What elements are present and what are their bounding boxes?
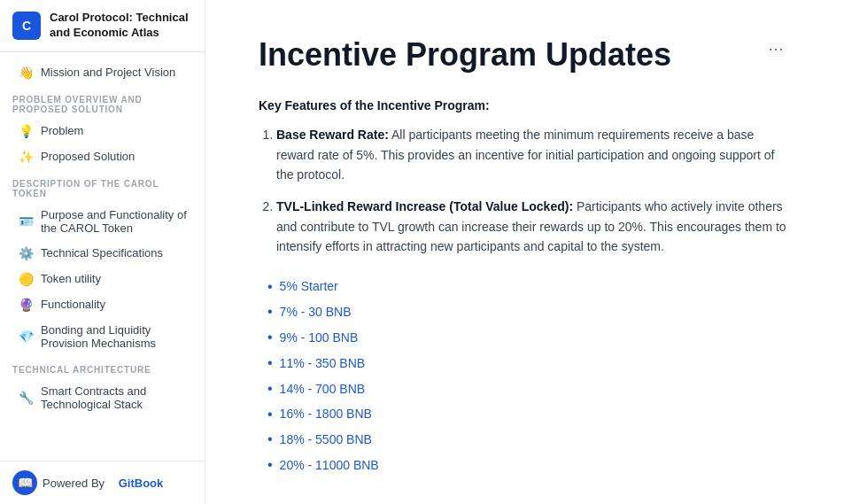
crystal-icon: 🔮 bbox=[18, 298, 34, 312]
bullet-text: 9% - 100 BNB bbox=[280, 327, 359, 349]
wrench-icon: 🔧 bbox=[18, 391, 34, 405]
sidebar-nav: 👋 Mission and Project Vision PROBLEM OVE… bbox=[0, 52, 205, 461]
section-label-carol: DESCRIPTION OF THE CAROL TOKEN bbox=[0, 170, 205, 202]
section-label-tech-arch: TECHNICAL ARCHITECTURE bbox=[0, 356, 205, 378]
app-logo: C bbox=[12, 12, 41, 40]
bulb-icon: 💡 bbox=[18, 124, 34, 138]
sidebar-header: C Carol Protocol: Technical and Economic… bbox=[0, 0, 205, 52]
sidebar-item-label: Technical Specifications bbox=[41, 246, 163, 260]
sidebar-item-functionality[interactable]: 🔮 Functionality bbox=[5, 292, 199, 317]
bullet-text: 11% - 350 BNB bbox=[280, 353, 366, 375]
bullet-list: 5% Starter 7% - 30 BNB 9% - 100 BNB 11% … bbox=[267, 275, 791, 478]
sidebar-footer[interactable]: 📖 Powered By GitBook bbox=[0, 461, 205, 504]
sidebar-item-bonding[interactable]: 💎 Bonding and Liquidity Provision Mechan… bbox=[5, 318, 199, 355]
item-bold-prefix: TVL-Linked Reward Increase (Total Value … bbox=[276, 199, 573, 213]
app-title: Carol Protocol: Technical and Economic A… bbox=[50, 11, 192, 41]
list-item: Base Reward Rate: All participants meeti… bbox=[276, 125, 791, 184]
sidebar-item-label: Purpose and Functionality of the CAROL T… bbox=[41, 208, 187, 235]
gitbook-icon: 📖 bbox=[12, 470, 37, 495]
sidebar-item-problem[interactable]: 💡 Problem bbox=[5, 119, 199, 143]
sidebar: C Carol Protocol: Technical and Economic… bbox=[0, 0, 205, 504]
list-item: 16% - 1800 BNB bbox=[267, 402, 791, 428]
item-bold-prefix: Base Reward Rate: bbox=[276, 128, 389, 142]
sidebar-item-label: Functionality bbox=[41, 298, 105, 311]
bullet-text: 14% - 700 BNB bbox=[280, 378, 366, 400]
content-header: Incentive Program Updates ⋯ bbox=[259, 35, 791, 74]
list-item: 9% - 100 BNB bbox=[267, 325, 791, 351]
list-item: TVL-Linked Reward Increase (Total Value … bbox=[276, 197, 791, 256]
sidebar-item-smart-contracts[interactable]: 🔧 Smart Contracts and Technological Stac… bbox=[5, 379, 199, 416]
wave-icon: 👋 bbox=[18, 66, 34, 80]
bullet-text: 7% - 30 BNB bbox=[280, 301, 352, 323]
coin-icon: 🟡 bbox=[18, 272, 34, 286]
sparkle-icon: ✨ bbox=[18, 150, 34, 164]
list-item: 20% - 11000 BNB bbox=[267, 453, 791, 478]
sidebar-item-label: Problem bbox=[41, 124, 83, 137]
bullet-text: 5% Starter bbox=[280, 275, 338, 298]
gear-icon: ⚙️ bbox=[18, 246, 34, 260]
diamond-icon: 💎 bbox=[18, 330, 34, 344]
section-label-problem: PROBLEM OVERVIEW AND PROPOSED SOLUTION bbox=[0, 86, 205, 118]
sidebar-item-proposed-solution[interactable]: ✨ Proposed Solution bbox=[5, 144, 199, 169]
sidebar-item-label: Bonding and Liquidity Provision Mechanis… bbox=[41, 323, 187, 350]
page-title: Incentive Program Updates bbox=[259, 35, 671, 74]
sidebar-item-purpose[interactable]: 🪪 Purpose and Functionality of the CAROL… bbox=[5, 203, 199, 240]
list-item: 11% - 350 BNB bbox=[267, 351, 791, 376]
sidebar-item-label: Proposed Solution bbox=[41, 150, 135, 163]
bullet-text: 20% - 11000 BNB bbox=[280, 454, 379, 477]
numbered-list: Base Reward Rate: All participants meeti… bbox=[276, 125, 791, 256]
more-options-button[interactable]: ⋯ bbox=[761, 35, 791, 62]
card-icon: 🪪 bbox=[18, 214, 34, 229]
powered-by-label: Powered By bbox=[43, 477, 105, 490]
bullet-text: 16% - 1800 BNB bbox=[280, 403, 372, 425]
list-item: 14% - 700 BNB bbox=[267, 376, 791, 402]
section-intro: Key Features of the Incentive Program: bbox=[259, 98, 791, 112]
sidebar-item-label: Mission and Project Vision bbox=[41, 66, 175, 79]
sidebar-item-token-utility[interactable]: 🟡 Token utility bbox=[5, 267, 199, 291]
sidebar-item-label: Smart Contracts and Technological Stack bbox=[41, 384, 187, 411]
list-item: 7% - 30 BNB bbox=[267, 299, 791, 325]
list-item: 18% - 5500 BNB bbox=[267, 427, 791, 453]
sidebar-item-mission[interactable]: 👋 Mission and Project Vision bbox=[5, 60, 199, 85]
sidebar-item-tech-specs[interactable]: ⚙️ Technical Specifications bbox=[5, 241, 199, 266]
main-content: Incentive Program Updates ⋯ Key Features… bbox=[205, 0, 844, 504]
list-item: 5% Starter bbox=[267, 275, 791, 300]
gitbook-brand-label: GitBook bbox=[119, 477, 164, 490]
bullet-text: 18% - 5500 BNB bbox=[280, 429, 372, 451]
sidebar-item-label: Token utility bbox=[41, 272, 101, 285]
